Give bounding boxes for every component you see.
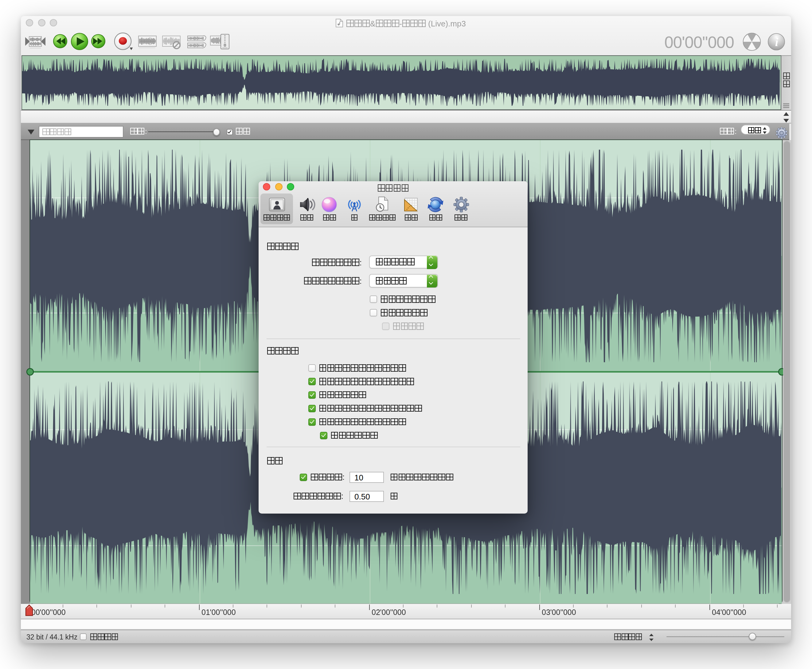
svg-text:i: i	[775, 35, 778, 48]
